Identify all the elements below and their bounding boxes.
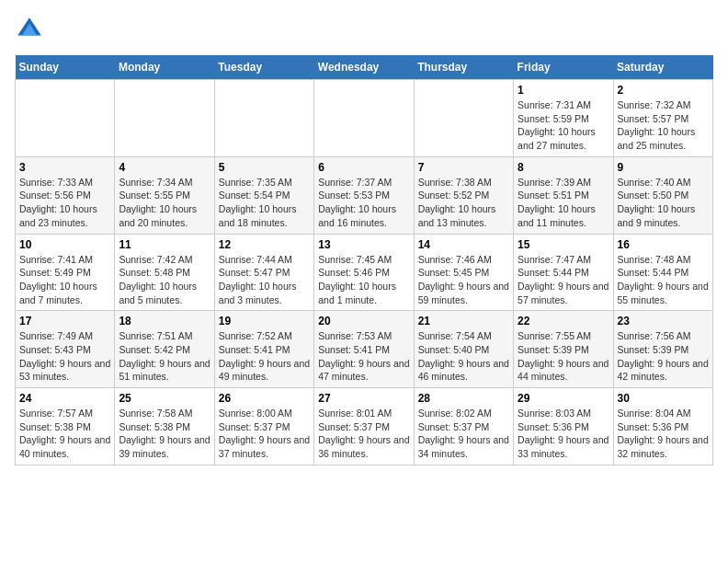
day-number: 8 <box>518 161 609 174</box>
calendar-cell: 1Sunrise: 7:31 AM Sunset: 5:59 PM Daylig… <box>514 80 613 157</box>
day-number: 10 <box>19 238 110 251</box>
calendar-cell <box>414 80 513 157</box>
calendar-cell: 20Sunrise: 7:53 AM Sunset: 5:41 PM Dayli… <box>314 311 414 388</box>
calendar-cell: 12Sunrise: 7:44 AM Sunset: 5:47 PM Dayli… <box>214 234 313 311</box>
calendar-cell: 9Sunrise: 7:40 AM Sunset: 5:50 PM Daylig… <box>613 156 712 234</box>
calendar-cell: 25Sunrise: 7:58 AM Sunset: 5:38 PM Dayli… <box>115 388 214 465</box>
day-number: 18 <box>119 315 210 327</box>
calendar-cell: 16Sunrise: 7:48 AM Sunset: 5:44 PM Dayli… <box>613 234 712 311</box>
day-info: Sunrise: 7:32 AM Sunset: 5:57 PM Dayligh… <box>618 98 709 153</box>
day-info: Sunrise: 7:34 AM Sunset: 5:55 PM Dayligh… <box>119 176 210 230</box>
day-info: Sunrise: 7:53 AM Sunset: 5:41 PM Dayligh… <box>318 329 409 384</box>
day-number: 29 <box>518 392 609 405</box>
day-info: Sunrise: 7:55 AM Sunset: 5:39 PM Dayligh… <box>518 329 609 384</box>
day-of-week-header: Friday <box>514 55 613 80</box>
calendar-header-row: SundayMondayTuesdayWednesdayThursdayFrid… <box>16 55 713 80</box>
day-info: Sunrise: 7:37 AM Sunset: 5:53 PM Dayligh… <box>318 176 409 230</box>
day-number: 28 <box>418 392 509 405</box>
day-number: 22 <box>518 315 609 327</box>
calendar-week-row: 10Sunrise: 7:41 AM Sunset: 5:49 PM Dayli… <box>16 234 713 311</box>
day-number: 20 <box>318 315 409 327</box>
day-info: Sunrise: 7:46 AM Sunset: 5:45 PM Dayligh… <box>418 253 509 307</box>
calendar-cell: 11Sunrise: 7:42 AM Sunset: 5:48 PM Dayli… <box>115 234 214 311</box>
day-of-week-header: Tuesday <box>214 55 313 80</box>
day-number: 25 <box>119 392 210 405</box>
day-of-week-header: Wednesday <box>314 55 414 80</box>
calendar-cell: 19Sunrise: 7:52 AM Sunset: 5:41 PM Dayli… <box>214 311 313 388</box>
calendar-cell: 3Sunrise: 7:33 AM Sunset: 5:56 PM Daylig… <box>16 156 115 234</box>
calendar-cell: 29Sunrise: 8:03 AM Sunset: 5:36 PM Dayli… <box>514 388 613 465</box>
calendar-week-row: 17Sunrise: 7:49 AM Sunset: 5:43 PM Dayli… <box>16 311 713 388</box>
calendar-cell: 6Sunrise: 7:37 AM Sunset: 5:53 PM Daylig… <box>314 156 414 234</box>
calendar-cell: 15Sunrise: 7:47 AM Sunset: 5:44 PM Dayli… <box>514 234 613 311</box>
calendar-cell: 21Sunrise: 7:54 AM Sunset: 5:40 PM Dayli… <box>414 311 513 388</box>
day-info: Sunrise: 7:45 AM Sunset: 5:46 PM Dayligh… <box>318 253 409 307</box>
day-number: 12 <box>219 238 310 251</box>
day-info: Sunrise: 7:57 AM Sunset: 5:38 PM Dayligh… <box>19 407 110 461</box>
day-info: Sunrise: 8:00 AM Sunset: 5:37 PM Dayligh… <box>219 407 310 461</box>
day-of-week-header: Sunday <box>16 55 115 80</box>
calendar-cell: 8Sunrise: 7:39 AM Sunset: 5:51 PM Daylig… <box>514 156 613 234</box>
day-info: Sunrise: 7:58 AM Sunset: 5:38 PM Dayligh… <box>119 407 210 461</box>
calendar-cell: 27Sunrise: 8:01 AM Sunset: 5:37 PM Dayli… <box>314 388 414 465</box>
day-number: 5 <box>219 161 310 174</box>
day-info: Sunrise: 7:33 AM Sunset: 5:56 PM Dayligh… <box>19 176 110 230</box>
calendar-cell: 10Sunrise: 7:41 AM Sunset: 5:49 PM Dayli… <box>16 234 115 311</box>
calendar-cell <box>115 80 214 157</box>
calendar-cell: 14Sunrise: 7:46 AM Sunset: 5:45 PM Dayli… <box>414 234 513 311</box>
day-number: 23 <box>618 315 709 327</box>
day-number: 4 <box>119 161 210 174</box>
calendar-cell <box>314 80 414 157</box>
logo-icon <box>15 15 44 44</box>
calendar-cell: 17Sunrise: 7:49 AM Sunset: 5:43 PM Dayli… <box>16 311 115 388</box>
calendar-cell: 5Sunrise: 7:35 AM Sunset: 5:54 PM Daylig… <box>214 156 313 234</box>
day-number: 13 <box>318 238 409 251</box>
day-info: Sunrise: 7:40 AM Sunset: 5:50 PM Dayligh… <box>618 176 709 230</box>
day-info: Sunrise: 8:02 AM Sunset: 5:37 PM Dayligh… <box>418 407 509 461</box>
calendar-cell: 4Sunrise: 7:34 AM Sunset: 5:55 PM Daylig… <box>115 156 214 234</box>
day-number: 19 <box>219 315 310 327</box>
day-number: 9 <box>618 161 709 174</box>
calendar-cell: 23Sunrise: 7:56 AM Sunset: 5:39 PM Dayli… <box>613 311 712 388</box>
day-info: Sunrise: 7:47 AM Sunset: 5:44 PM Dayligh… <box>518 253 609 307</box>
day-number: 30 <box>618 392 709 405</box>
page-header <box>15 15 713 44</box>
day-info: Sunrise: 7:41 AM Sunset: 5:49 PM Dayligh… <box>19 253 110 307</box>
day-info: Sunrise: 8:01 AM Sunset: 5:37 PM Dayligh… <box>318 407 409 461</box>
calendar-cell: 22Sunrise: 7:55 AM Sunset: 5:39 PM Dayli… <box>514 311 613 388</box>
calendar-body: 1Sunrise: 7:31 AM Sunset: 5:59 PM Daylig… <box>16 80 713 465</box>
calendar-cell: 24Sunrise: 7:57 AM Sunset: 5:38 PM Dayli… <box>16 388 115 465</box>
day-info: Sunrise: 7:48 AM Sunset: 5:44 PM Dayligh… <box>618 253 709 307</box>
day-info: Sunrise: 7:42 AM Sunset: 5:48 PM Dayligh… <box>119 253 210 307</box>
calendar-cell: 28Sunrise: 8:02 AM Sunset: 5:37 PM Dayli… <box>414 388 513 465</box>
day-info: Sunrise: 7:51 AM Sunset: 5:42 PM Dayligh… <box>119 329 210 384</box>
day-number: 16 <box>618 238 709 251</box>
calendar-week-row: 1Sunrise: 7:31 AM Sunset: 5:59 PM Daylig… <box>16 80 713 157</box>
calendar-cell: 26Sunrise: 8:00 AM Sunset: 5:37 PM Dayli… <box>214 388 313 465</box>
day-info: Sunrise: 7:38 AM Sunset: 5:52 PM Dayligh… <box>418 176 509 230</box>
day-of-week-header: Monday <box>115 55 214 80</box>
day-number: 21 <box>418 315 509 327</box>
day-number: 11 <box>119 238 210 251</box>
calendar-cell: 30Sunrise: 8:04 AM Sunset: 5:36 PM Dayli… <box>613 388 712 465</box>
logo <box>15 15 48 44</box>
day-number: 17 <box>19 315 110 327</box>
day-number: 15 <box>518 238 609 251</box>
day-info: Sunrise: 7:49 AM Sunset: 5:43 PM Dayligh… <box>19 329 110 384</box>
day-number: 7 <box>418 161 509 174</box>
day-number: 1 <box>518 84 609 97</box>
day-of-week-header: Thursday <box>414 55 513 80</box>
day-number: 24 <box>19 392 110 405</box>
day-number: 27 <box>318 392 409 405</box>
calendar-cell <box>16 80 115 157</box>
day-number: 26 <box>219 392 310 405</box>
calendar-table: SundayMondayTuesdayWednesdayThursdayFrid… <box>15 55 713 465</box>
day-number: 6 <box>318 161 409 174</box>
day-info: Sunrise: 8:04 AM Sunset: 5:36 PM Dayligh… <box>618 407 709 461</box>
calendar-week-row: 24Sunrise: 7:57 AM Sunset: 5:38 PM Dayli… <box>16 388 713 465</box>
day-info: Sunrise: 8:03 AM Sunset: 5:36 PM Dayligh… <box>518 407 609 461</box>
day-info: Sunrise: 7:39 AM Sunset: 5:51 PM Dayligh… <box>518 176 609 230</box>
day-info: Sunrise: 7:44 AM Sunset: 5:47 PM Dayligh… <box>219 253 310 307</box>
calendar-cell <box>214 80 313 157</box>
day-number: 2 <box>618 84 709 97</box>
